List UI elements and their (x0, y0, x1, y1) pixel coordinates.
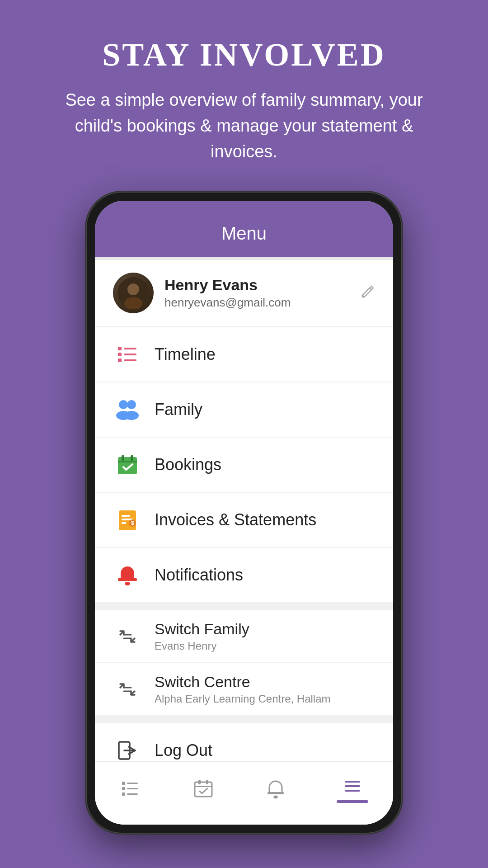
svg-rect-7 (124, 354, 136, 355)
svg-rect-28 (122, 793, 125, 796)
svg-rect-23 (118, 578, 137, 581)
user-profile[interactable]: Henry Evans henryevans@gmail.com (95, 260, 393, 327)
menu-item-family[interactable]: Family (95, 382, 393, 438)
svg-rect-14 (118, 461, 137, 462)
svg-rect-30 (127, 788, 138, 789)
svg-rect-20 (122, 522, 126, 524)
svg-rect-32 (195, 782, 212, 797)
menu-section-divider (95, 603, 393, 610)
menu-header: Menu (95, 201, 393, 257)
svg-point-24 (125, 582, 130, 585)
switch-family-label: Switch Family (155, 620, 249, 638)
nav-item-timeline[interactable] (106, 773, 156, 805)
svg-point-9 (119, 400, 128, 409)
svg-point-1 (127, 283, 139, 295)
logout-icon (113, 736, 142, 761)
timeline-icon (113, 340, 142, 369)
user-info: Henry Evans henryevans@gmail.com (164, 276, 375, 310)
menu-item-logout[interactable]: Log Out (95, 723, 393, 761)
menu-label-timeline: Timeline (155, 345, 216, 364)
svg-rect-33 (195, 786, 212, 787)
svg-rect-6 (124, 348, 136, 349)
phone-screen: Menu Henry Evans henryevans@gmail.com (95, 201, 393, 825)
switch-family-sublabel: Evans Henry (155, 640, 249, 652)
bookings-icon (113, 450, 142, 479)
menu-item-invoices[interactable]: $ Invoices & Statements (95, 493, 393, 548)
edit-icon[interactable] (361, 284, 375, 302)
family-icon (113, 395, 142, 424)
svg-rect-27 (122, 787, 125, 790)
menu-section-divider-2 (95, 716, 393, 723)
avatar (113, 273, 154, 313)
nav-menu-icon (341, 775, 364, 797)
svg-rect-34 (198, 780, 201, 784)
menu-label-logout: Log Out (155, 741, 212, 760)
menu-item-notifications[interactable]: Notifications (95, 548, 393, 603)
svg-rect-18 (122, 515, 130, 517)
menu-item-timeline[interactable]: Timeline (95, 327, 393, 382)
nav-item-bookings[interactable] (178, 773, 228, 805)
page-title: STAY INVOLVED (45, 36, 443, 74)
svg-rect-3 (118, 347, 122, 350)
menu-item-switch-centre[interactable]: Switch Centre Alpha Early Learning Centr… (95, 663, 393, 716)
switch-family-info: Switch Family Evans Henry (155, 620, 249, 652)
svg-rect-31 (127, 793, 138, 795)
menu-list: Timeline Family (95, 327, 393, 761)
nav-item-menu[interactable] (323, 770, 382, 807)
invoices-icon: $ (113, 505, 142, 534)
notifications-icon (113, 561, 142, 590)
svg-rect-5 (118, 359, 122, 362)
svg-rect-40 (345, 790, 360, 792)
svg-rect-4 (118, 353, 122, 356)
svg-text:$: $ (131, 520, 134, 526)
svg-rect-29 (127, 783, 138, 784)
svg-rect-8 (124, 359, 136, 361)
nav-notifications-icon (264, 778, 287, 800)
svg-point-12 (124, 411, 139, 420)
switch-centre-info: Switch Centre Alpha Early Learning Centr… (155, 673, 331, 705)
nav-timeline-icon (120, 778, 142, 800)
svg-point-10 (127, 400, 136, 409)
svg-rect-36 (267, 792, 284, 794)
menu-label-family: Family (155, 400, 202, 419)
menu-label-notifications: Notifications (155, 566, 243, 585)
nav-item-notifications[interactable] (251, 773, 300, 805)
phone-frame: Menu Henry Evans henryevans@gmail.com (86, 192, 402, 834)
user-name: Henry Evans (164, 276, 375, 294)
page-header: STAY INVOLVED See a simple overview of f… (0, 0, 488, 183)
menu-label-bookings: Bookings (155, 455, 221, 474)
svg-rect-13 (118, 457, 137, 474)
menu-item-bookings[interactable]: Bookings (95, 438, 393, 493)
switch-centre-icon (113, 675, 142, 704)
switch-family-icon (113, 622, 142, 651)
svg-point-37 (273, 796, 278, 799)
switch-centre-label: Switch Centre (155, 673, 331, 691)
svg-rect-38 (345, 781, 360, 783)
nav-active-indicator (337, 800, 368, 803)
switch-centre-sublabel: Alpha Early Learning Centre, Hallam (155, 693, 331, 705)
svg-rect-26 (122, 782, 125, 785)
menu-header-title: Menu (221, 223, 267, 243)
menu-label-invoices: Invoices & Statements (155, 510, 316, 529)
svg-rect-35 (206, 780, 208, 784)
svg-rect-16 (131, 455, 133, 461)
svg-rect-15 (122, 455, 124, 461)
svg-rect-39 (345, 785, 360, 787)
menu-item-switch-family[interactable]: Switch Family Evans Henry (95, 610, 393, 663)
page-subtitle: See a simple overview of family summary,… (45, 87, 443, 165)
user-email: henryevans@gmail.com (164, 296, 375, 310)
phone-mockup: Menu Henry Evans henryevans@gmail.com (86, 192, 402, 834)
bottom-nav (95, 761, 393, 825)
nav-bookings-icon (192, 778, 215, 800)
